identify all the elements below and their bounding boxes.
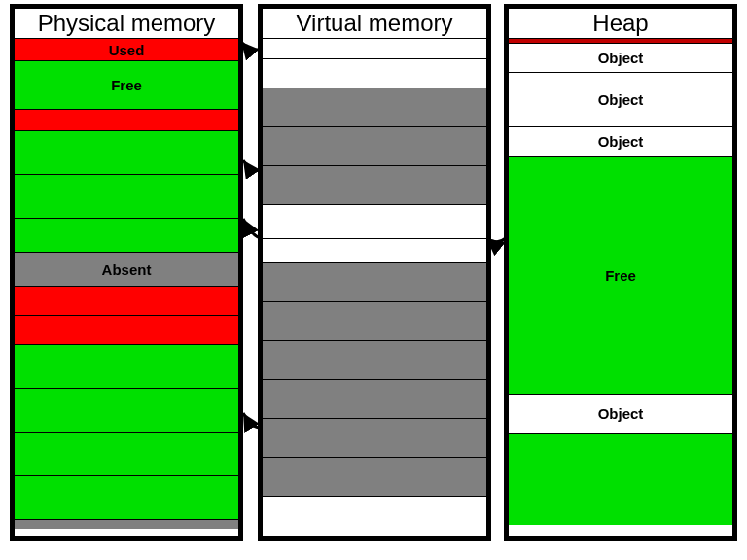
cell-physical-9 — [15, 344, 238, 388]
column-heap: HeapObjectObjectObjectFreeObject — [504, 4, 737, 541]
cell-physical-3 — [15, 130, 238, 174]
cell-physical-7 — [15, 286, 238, 315]
cell-virtual-12 — [263, 457, 486, 496]
cell-heap-3: Object — [509, 126, 732, 156]
cell-virtual-7 — [263, 262, 486, 301]
cell-physical-5 — [15, 218, 238, 252]
cell-virtual-3 — [263, 126, 486, 165]
cell-virtual-6 — [263, 238, 486, 262]
cell-virtual-1 — [263, 58, 486, 88]
cell-virtual-4 — [263, 165, 486, 204]
column-rows-virtual — [263, 39, 486, 536]
cell-heap-5: Object — [509, 394, 732, 433]
cell-virtual-8 — [263, 301, 486, 340]
cell-physical-4 — [15, 174, 238, 218]
cell-physical-10 — [15, 388, 238, 432]
cell-physical-6: Absent — [15, 252, 238, 286]
cell-virtual-2 — [263, 88, 486, 126]
column-virtual: Virtual memory — [258, 4, 491, 541]
cell-virtual-10 — [263, 379, 486, 418]
column-title-physical: Physical memory — [15, 9, 238, 39]
cell-virtual-0 — [263, 39, 486, 58]
cell-heap-1: Object — [509, 43, 732, 72]
cell-physical-2 — [15, 109, 238, 130]
cell-virtual-13 — [263, 496, 486, 525]
column-rows-heap: ObjectObjectObjectFreeObject — [509, 39, 732, 536]
cell-physical-13 — [15, 519, 238, 529]
cell-physical-1: Free — [15, 60, 238, 109]
cell-physical-0: Used — [15, 39, 238, 60]
cell-heap-2: Object — [509, 72, 732, 126]
column-title-virtual: Virtual memory — [263, 9, 486, 39]
cell-heap-4: Free — [509, 156, 732, 394]
column-physical: Physical memoryUsedFreeAbsent — [10, 4, 243, 541]
column-title-heap: Heap — [509, 9, 732, 39]
cell-physical-12 — [15, 475, 238, 519]
cell-virtual-5 — [263, 204, 486, 238]
cell-heap-6 — [509, 433, 732, 525]
cell-physical-11 — [15, 432, 238, 475]
cell-physical-8 — [15, 315, 238, 344]
cell-virtual-9 — [263, 340, 486, 379]
cell-virtual-11 — [263, 418, 486, 457]
column-rows-physical: UsedFreeAbsent — [15, 39, 238, 536]
